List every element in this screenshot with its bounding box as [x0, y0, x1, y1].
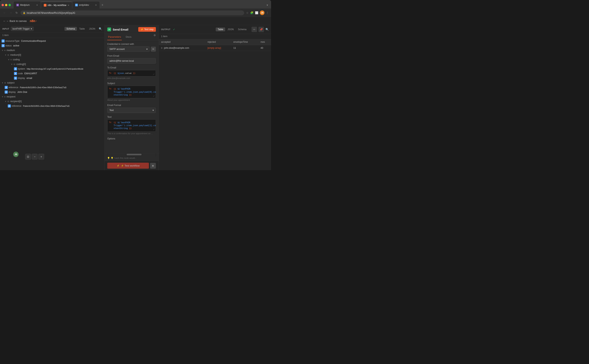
test-workflow-icon: ⚡: [117, 164, 120, 167]
to-email-label: To Email: [107, 66, 156, 69]
expand-icon[interactable]: ▼: [1, 49, 3, 52]
expand-corner-icon: ⤢: [153, 128, 154, 130]
email-format-value: Text: [109, 109, 114, 112]
input-node-selector[interactable]: bonFHIR Trigger ▾: [11, 27, 34, 31]
back-to-canvas-button[interactable]: ← ← Back to canvas: [3, 20, 27, 22]
text-code-input[interactable]: fx {{ $('bonFHIRTrigger').item.json.payl…: [107, 119, 156, 132]
forward-nav-button[interactable]: →: [8, 11, 13, 15]
tree-row: ▼ ≡ coding: [0, 57, 104, 62]
profile-avatar[interactable]: JB: [260, 10, 264, 15]
zoom-fit-button[interactable]: ⊡: [25, 154, 31, 160]
user-avatar-bottom[interactable]: JB: [13, 152, 19, 157]
input-panel-header: INPUT bonFHIR Trigger ▾ Schema Table JSO…: [0, 25, 104, 33]
tab-medplum-close[interactable]: ✕: [36, 4, 38, 6]
to-email-code: {{ $json.value }}: [109, 72, 154, 75]
tab-n8n-close[interactable]: ✕: [67, 4, 69, 6]
from-email-input[interactable]: admin@fhir-server.local: [107, 58, 156, 64]
sidebar-icon[interactable]: ⬜: [255, 11, 258, 14]
tree-row: A system http://terminology.hl7.org/Code…: [0, 66, 104, 71]
expand-icon[interactable]: ▼: [5, 100, 7, 103]
zoom-in-button[interactable]: +: [38, 154, 44, 160]
tree-row: A display John Doe: [0, 90, 104, 94]
expand-icon[interactable]: ▼: [1, 96, 3, 98]
test-workflow-button[interactable]: ⚡ ⚡ Test workflow: [107, 163, 149, 169]
app-content: ← ← Back to canvas n8n • INPUT bonFHIR T…: [0, 17, 271, 170]
test-step-button[interactable]: ⚡ Test step: [138, 27, 156, 32]
maximize-window-btn[interactable]: [8, 4, 11, 6]
send-email-panel: ✉ Send Email ⚡ Test step Parameters Docs: [105, 25, 159, 170]
output-panel-header: OUTPUT ✓ Table JSON Schema ✏ 📌 🔍: [159, 25, 271, 34]
zoom-out-button[interactable]: −: [32, 154, 38, 160]
subject-code-input[interactable]: fx {{ $('bonFHIRTrigger').item.json.payl…: [107, 86, 156, 98]
stop-button[interactable]: ⏹: [150, 163, 156, 169]
output-tab-schema[interactable]: Schema: [236, 27, 248, 31]
expand-corner-icon: ⤢: [153, 95, 154, 97]
pin-icon: 📌: [260, 28, 263, 31]
tab-bar: M Medplum ✕ → n8n - My workflow ✕ S smtp…: [0, 0, 271, 8]
subject-label: Subject: [107, 82, 156, 85]
back-arrow-icon: ←: [3, 20, 6, 22]
tab-smtp4dev[interactable]: S smtp4dev ✕: [72, 1, 100, 8]
tab-n8n[interactable]: → n8n - My workflow ✕: [41, 1, 72, 8]
extension-icon[interactable]: 🧩: [250, 11, 254, 14]
text-code: {{ $('bonFHIRTrigger').item.json.payload…: [109, 121, 154, 130]
menu-icon[interactable]: ⋮: [266, 11, 269, 14]
new-tab-button[interactable]: +: [100, 3, 105, 7]
bookmark-icon[interactable]: ☆: [246, 11, 249, 14]
input-search-button[interactable]: 🔍: [99, 27, 102, 30]
tab-docs[interactable]: Docs: [125, 34, 132, 40]
credential-edit-button[interactable]: ✏: [151, 47, 156, 52]
input-item-count: 1 item: [0, 33, 104, 38]
send-email-icon: ✉: [107, 27, 111, 31]
type-badge-a: A: [14, 77, 17, 80]
input-tab-table[interactable]: Table: [77, 27, 87, 31]
send-email-tabs: Parameters Docs ⚙: [105, 34, 159, 40]
expand-icon[interactable]: ▼: [11, 63, 13, 65]
tab-smtp4dev-close[interactable]: ✕: [95, 4, 97, 6]
output-tab-json[interactable]: JSON: [226, 27, 236, 31]
tab-medplum[interactable]: M Medplum ✕: [13, 1, 41, 8]
tab-overflow-button[interactable]: ▾: [265, 3, 269, 6]
type-badge-a: A: [5, 91, 8, 94]
tab-parameters[interactable]: Parameters: [107, 34, 122, 40]
stop-icon: ⏹: [152, 164, 154, 167]
cell-mes: 43: [258, 45, 271, 51]
tree-row: ▼ ⊙ medium[0]: [0, 53, 104, 57]
url-bar[interactable]: 🔒 localhost:5678/workflow/Rx1lSQorylIDyq…: [20, 10, 244, 15]
tree-row: A resourceType CommunicationRequest: [0, 39, 104, 43]
input-panel: INPUT bonFHIR Trigger ▾ Schema Table JSO…: [0, 25, 105, 170]
back-nav-button[interactable]: ←: [2, 11, 7, 15]
input-node-name: bonFHIR Trigger: [13, 27, 30, 30]
medplum-favicon: M: [16, 4, 19, 6]
tree-row: A reference Patient/cfb31893-c3ed-43ee-9…: [0, 104, 104, 108]
to-email-code-input[interactable]: fx {{ $json.value }} ⤢: [107, 70, 156, 76]
scrollbar[interactable]: [107, 154, 156, 155]
expand-icon[interactable]: ▼: [1, 82, 3, 84]
credential-select[interactable]: SMTP account ▾: [107, 46, 150, 52]
test-step-label: Test step: [144, 28, 154, 31]
input-tab-group: Schema Table JSON: [65, 27, 97, 31]
minimize-window-btn[interactable]: [5, 4, 7, 6]
options-label: Options: [107, 137, 156, 140]
n8n-logo-dot: •: [36, 20, 37, 22]
settings-icon[interactable]: ⚙: [154, 34, 156, 40]
output-pin-button[interactable]: 📌: [259, 27, 264, 32]
tree-row: ▼ ⊙ coding[0]: [0, 62, 104, 66]
fx-prefix-icon: fx: [109, 121, 111, 124]
form-content: Credential to connect with SMTP account …: [105, 40, 159, 153]
col-header-envelopetime: envelopeTime: [231, 39, 258, 45]
close-window-btn[interactable]: [1, 4, 4, 6]
logo-area: n8n •: [30, 19, 37, 23]
data-table: accepted rejected envelopeTime mes 0 : j…: [159, 39, 271, 51]
expand-icon[interactable]: ▼: [8, 58, 10, 61]
reload-nav-button[interactable]: ↻: [15, 11, 19, 15]
input-tab-json[interactable]: JSON: [87, 27, 97, 31]
email-format-select[interactable]: Text ▾: [107, 108, 156, 113]
tree-row: ▼ ⊙ subject: [0, 80, 104, 85]
output-search-button[interactable]: 🔍: [265, 28, 269, 31]
input-tab-schema[interactable]: Schema: [65, 27, 77, 31]
output-edit-button[interactable]: ✏: [252, 27, 257, 32]
expand-icon[interactable]: ▼: [5, 54, 7, 56]
type-badge-a: A: [1, 44, 5, 47]
output-tab-table[interactable]: Table: [216, 27, 225, 31]
